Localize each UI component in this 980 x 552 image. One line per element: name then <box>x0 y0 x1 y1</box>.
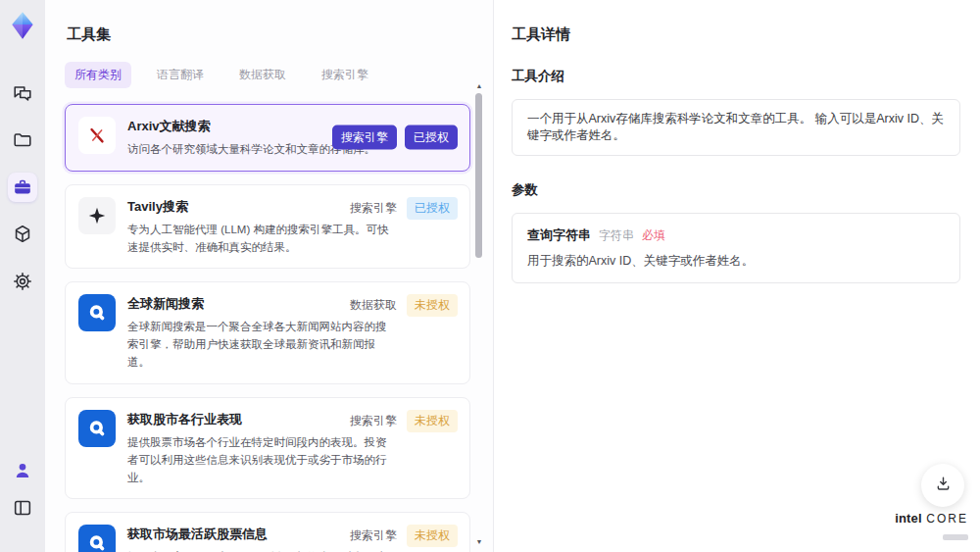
tool-card-tavily[interactable]: Tavily搜索 专为人工智能代理 (LLM) 构建的搜索引擎工具。可快速提供实… <box>65 184 470 270</box>
scrollbar-up-arrow[interactable]: ▲ <box>474 82 484 90</box>
news-search-icon <box>78 525 116 552</box>
core-wordmark: core <box>926 512 968 526</box>
intel-wordmark: intel <box>895 511 922 526</box>
news-search-icon <box>78 294 116 331</box>
news-search-icon <box>78 410 116 447</box>
detail-title: 工具详情 <box>512 25 960 44</box>
parameter-required-flag: 必填 <box>642 227 665 244</box>
parameter-description: 用于搜索的Arxiv ID、关键字或作者姓名。 <box>527 253 945 270</box>
parameter-card: 查询字符串 字符串 必填 用于搜索的Arxiv ID、关键字或作者姓名。 <box>512 213 960 283</box>
category-tabs: 所有类别 语言翻译 数据获取 搜索引擎 <box>65 62 493 88</box>
toolbox-icon[interactable] <box>8 173 37 202</box>
chat-icon[interactable] <box>8 78 37 108</box>
auth-status-badge: 已授权 <box>405 125 458 150</box>
page-title: 工具集 <box>67 25 493 44</box>
user-icon[interactable] <box>8 456 37 485</box>
download-button[interactable] <box>921 464 964 507</box>
folder-icon[interactable] <box>8 125 37 155</box>
tool-card-most-active-stocks[interactable]: 获取市场最活跃股票信息 提供当天交易量最高的股票列表。投资者可以利用这些信息来识… <box>65 512 470 552</box>
list-scrollbar[interactable]: ▲ ▼ <box>474 82 484 546</box>
category-badge: 搜索引擎 <box>332 125 397 150</box>
tool-card-badges: 搜索引擎 已授权 <box>332 125 458 150</box>
tool-description: 专为人工智能代理 (LLM) 构建的搜索引擎工具。可快速提供实时、准确和真实的结… <box>127 222 394 257</box>
category-label: 搜索引擎 <box>350 200 397 217</box>
tool-card-arxiv[interactable]: Arxiv文献搜索 访问各个研究领域大量科学论文和文章的存储库。 搜索引擎 已授… <box>65 104 470 172</box>
auth-status-badge: 未授权 <box>407 294 458 317</box>
tool-card-global-news[interactable]: 全球新闻搜索 全球新闻搜索是一个聚合全球各大新闻网站内容的搜索引擎，帮助用户快速… <box>65 281 470 383</box>
tool-card-badges: 数据获取 未授权 <box>350 294 458 317</box>
settings-gear-icon[interactable] <box>8 267 37 296</box>
category-label: 搜索引擎 <box>350 527 397 544</box>
parameter-header: 查询字符串 字符串 必填 <box>527 226 945 244</box>
tool-detail-panel: 工具详情 工具介绍 一个用于从Arxiv存储库搜索科学论文和文章的工具。 输入可… <box>494 0 980 552</box>
tab-language-translation[interactable]: 语言翻译 <box>147 62 214 88</box>
tool-description: 提供股票市场各个行业在特定时间段内的表现。投资者可以利用这些信息来识别表现优于或… <box>127 434 394 486</box>
package-icon[interactable] <box>8 220 37 249</box>
tool-card-badges: 搜索引擎 未授权 <box>350 410 458 432</box>
tab-all-categories[interactable]: 所有类别 <box>65 62 131 88</box>
tool-card-badges: 搜索引擎 已授权 <box>350 197 458 220</box>
category-label: 搜索引擎 <box>350 413 397 429</box>
auth-status-badge: 已授权 <box>407 197 458 220</box>
scrollbar-down-arrow[interactable]: ▼ <box>474 538 484 546</box>
tool-description: 全球新闻搜索是一个聚合全球各大新闻网站内容的搜索引擎，帮助用户快速获取全球最新资… <box>127 319 394 371</box>
intro-text-box: 一个用于从Arxiv存储库搜索科学论文和文章的工具。 输入可以是Arxiv ID… <box>512 99 960 156</box>
tool-card-list: Arxiv文献搜索 访问各个研究领域大量科学论文和文章的存储库。 搜索引擎 已授… <box>65 104 470 552</box>
left-rail <box>0 0 45 552</box>
tool-list-panel: 工具集 所有类别 语言翻译 数据获取 搜索引擎 Arxiv文献搜索 访问各个研究… <box>45 0 494 552</box>
category-label: 数据获取 <box>350 297 397 314</box>
app-window: 工具集 所有类别 语言翻译 数据获取 搜索引擎 Arxiv文献搜索 访问各个研究… <box>0 0 980 552</box>
intel-core-logo: intel core <box>895 509 968 544</box>
parameter-type: 字符串 <box>599 227 634 244</box>
ultra-badge-placeholder <box>943 534 968 540</box>
auth-status-badge: 未授权 <box>407 410 458 432</box>
tool-card-sector-performance[interactable]: 获取股市各行业表现 提供股票市场各个行业在特定时间段内的表现。投资者可以利用这些… <box>65 397 470 499</box>
tab-data-acquisition[interactable]: 数据获取 <box>229 62 296 88</box>
app-logo-icon <box>7 10 38 41</box>
download-icon <box>934 475 953 497</box>
params-heading: 参数 <box>512 181 960 199</box>
tab-search-engine[interactable]: 搜索引擎 <box>312 62 378 88</box>
panel-toggle-icon[interactable] <box>8 493 37 523</box>
sparkle-star-icon <box>78 197 116 234</box>
tool-card-badges: 搜索引擎 未授权 <box>350 525 458 547</box>
auth-status-badge: 未授权 <box>407 525 458 547</box>
arxiv-logo-icon <box>78 117 116 154</box>
intro-heading: 工具介绍 <box>512 68 960 85</box>
scrollbar-thumb[interactable] <box>475 93 482 258</box>
parameter-name: 查询字符串 <box>527 226 591 244</box>
